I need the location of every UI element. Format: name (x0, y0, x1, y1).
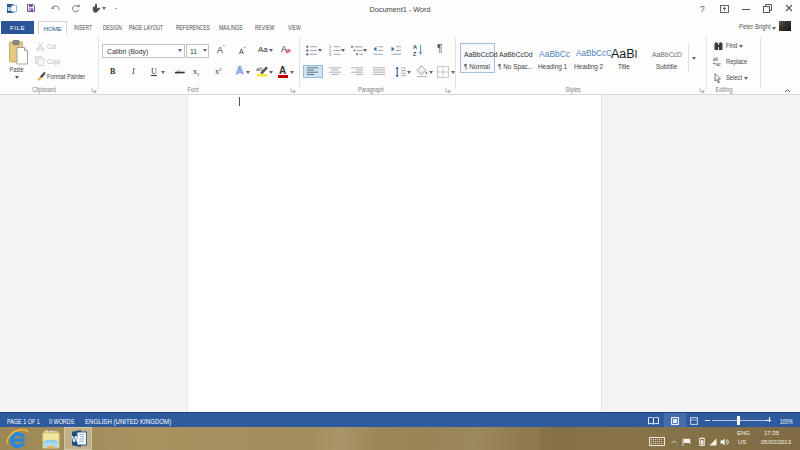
svg-text:A: A (413, 44, 417, 50)
svg-text:ac: ac (716, 62, 722, 66)
svg-text:3: 3 (329, 52, 332, 56)
svg-text:Z: Z (413, 51, 417, 57)
svg-text:W: W (72, 434, 81, 444)
